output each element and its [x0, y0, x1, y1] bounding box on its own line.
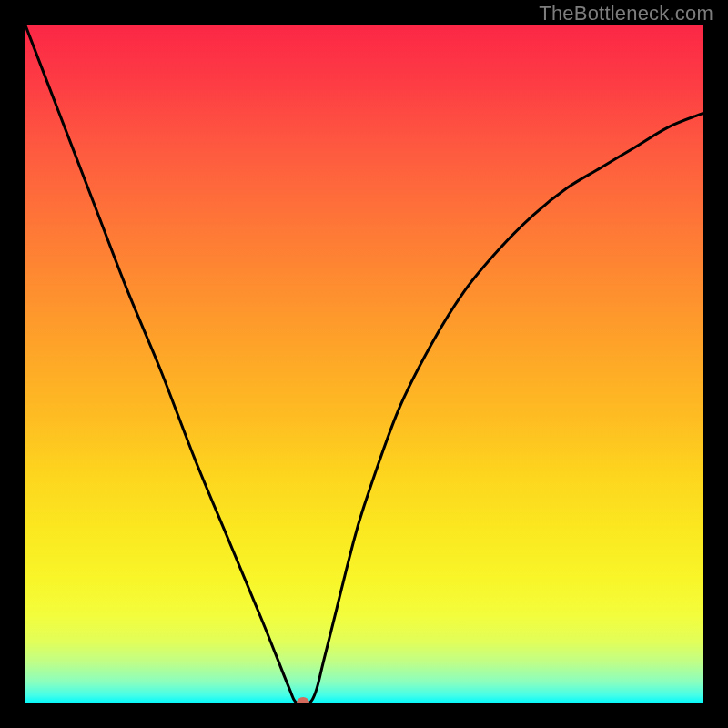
watermark-text: TheBottleneck.com — [539, 2, 713, 25]
plot-area — [25, 25, 703, 703]
bottleneck-curve — [25, 25, 703, 703]
chart-container: TheBottleneck.com — [0, 0, 728, 728]
curve-path — [25, 25, 703, 703]
optimal-point-marker — [297, 697, 309, 703]
